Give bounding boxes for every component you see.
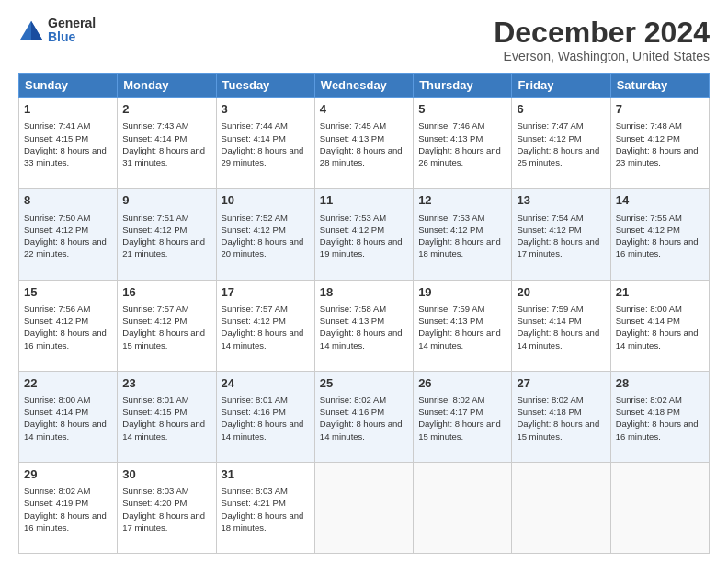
table-row: 20 Sunrise: 7:59 AM Sunset: 4:14 PM Dayl…: [512, 280, 610, 371]
day-number: 28: [616, 375, 704, 392]
sunrise-text: Sunrise: 7:56 AM: [24, 304, 90, 314]
table-row: 25 Sunrise: 8:02 AM Sunset: 4:16 PM Dayl…: [314, 371, 413, 462]
calendar-week-row: 22 Sunrise: 8:00 AM Sunset: 4:14 PM Dayl…: [19, 371, 710, 462]
header-monday: Monday: [118, 74, 216, 98]
sunrise-text: Sunrise: 8:01 AM: [122, 395, 188, 405]
calendar-week-row: 15 Sunrise: 7:56 AM Sunset: 4:12 PM Dayl…: [19, 280, 710, 371]
daylight-text: Daylight: 8 hours and 20 minutes.: [222, 236, 304, 259]
day-number: 3: [222, 101, 310, 118]
calendar-week-row: 1 Sunrise: 7:41 AM Sunset: 4:15 PM Dayli…: [19, 98, 710, 189]
table-row: 11 Sunrise: 7:53 AM Sunset: 4:12 PM Dayl…: [314, 189, 413, 280]
logo-general-text: General: [48, 17, 96, 30]
daylight-text: Daylight: 8 hours and 14 minutes.: [320, 419, 403, 441]
table-row: 15 Sunrise: 7:56 AM Sunset: 4:12 PM Dayl…: [19, 280, 118, 371]
daylight-text: Daylight: 8 hours and 16 minutes.: [24, 327, 107, 350]
table-row: 27 Sunrise: 8:02 AM Sunset: 4:18 PM Dayl…: [512, 371, 610, 462]
sunset-text: Sunset: 4:12 PM: [222, 316, 286, 326]
sunrise-text: Sunrise: 8:02 AM: [418, 395, 484, 405]
table-row: [314, 462, 413, 553]
sunset-text: Sunset: 4:12 PM: [122, 316, 187, 326]
day-number: 12: [418, 192, 506, 209]
daylight-text: Daylight: 8 hours and 14 minutes.: [418, 327, 501, 350]
day-number: 23: [122, 375, 210, 392]
sunset-text: Sunset: 4:19 PM: [24, 498, 88, 508]
day-number: 5: [418, 101, 506, 118]
sunrise-text: Sunrise: 7:51 AM: [122, 213, 188, 223]
sunset-text: Sunset: 4:18 PM: [616, 407, 680, 417]
sunset-text: Sunset: 4:20 PM: [122, 498, 187, 508]
sunset-text: Sunset: 4:14 PM: [222, 133, 286, 144]
daylight-text: Daylight: 8 hours and 16 minutes.: [616, 236, 699, 259]
header-wednesday: Wednesday: [314, 74, 413, 98]
daylight-text: Daylight: 8 hours and 17 minutes.: [517, 236, 599, 259]
table-row: 31 Sunrise: 8:03 AM Sunset: 4:21 PM Dayl…: [216, 462, 314, 553]
table-row: 22 Sunrise: 8:00 AM Sunset: 4:14 PM Dayl…: [19, 371, 118, 462]
table-row: 7 Sunrise: 7:48 AM Sunset: 4:12 PM Dayli…: [610, 98, 709, 189]
sunset-text: Sunset: 4:12 PM: [616, 133, 680, 144]
sunset-text: Sunset: 4:14 PM: [517, 316, 581, 326]
day-number: 11: [320, 192, 408, 209]
table-row: 28 Sunrise: 8:02 AM Sunset: 4:18 PM Dayl…: [610, 371, 709, 462]
sunset-text: Sunset: 4:16 PM: [320, 407, 384, 417]
sunset-text: Sunset: 4:18 PM: [517, 407, 581, 417]
daylight-text: Daylight: 8 hours and 28 minutes.: [320, 145, 403, 167]
daylight-text: Daylight: 8 hours and 14 minutes.: [616, 327, 699, 350]
sunset-text: Sunset: 4:13 PM: [418, 133, 483, 144]
day-number: 8: [24, 192, 112, 209]
sunrise-text: Sunrise: 8:00 AM: [24, 395, 90, 405]
sunrise-text: Sunrise: 7:54 AM: [517, 213, 583, 223]
calendar-header-row: Sunday Monday Tuesday Wednesday Thursday…: [19, 74, 710, 98]
sunset-text: Sunset: 4:12 PM: [517, 224, 581, 235]
day-number: 10: [222, 192, 310, 209]
sunrise-text: Sunrise: 7:59 AM: [418, 304, 484, 314]
daylight-text: Daylight: 8 hours and 14 minutes.: [122, 419, 205, 441]
day-number: 31: [222, 466, 310, 483]
day-number: 30: [122, 466, 210, 483]
day-number: 27: [517, 375, 605, 392]
sunset-text: Sunset: 4:13 PM: [418, 316, 483, 326]
sunrise-text: Sunrise: 7:53 AM: [320, 213, 386, 223]
daylight-text: Daylight: 8 hours and 25 minutes.: [517, 145, 599, 167]
sunrise-text: Sunrise: 8:02 AM: [616, 395, 682, 405]
daylight-text: Daylight: 8 hours and 33 minutes.: [24, 145, 107, 167]
sunrise-text: Sunrise: 7:57 AM: [122, 304, 188, 314]
table-row: 21 Sunrise: 8:00 AM Sunset: 4:14 PM Dayl…: [610, 280, 709, 371]
day-number: 21: [616, 284, 704, 301]
table-row: [414, 462, 512, 553]
table-row: 23 Sunrise: 8:01 AM Sunset: 4:15 PM Dayl…: [118, 371, 216, 462]
sunrise-text: Sunrise: 7:59 AM: [517, 304, 583, 314]
sunrise-text: Sunrise: 7:52 AM: [222, 213, 288, 223]
sunrise-text: Sunrise: 7:53 AM: [418, 213, 484, 223]
calendar-week-row: 29 Sunrise: 8:02 AM Sunset: 4:19 PM Dayl…: [19, 462, 710, 553]
day-number: 24: [222, 375, 310, 392]
table-row: [512, 462, 610, 553]
page: General Blue December 2024 Everson, Wash…: [0, 0, 728, 563]
sunset-text: Sunset: 4:21 PM: [222, 498, 286, 508]
day-number: 26: [418, 375, 506, 392]
svg-marker-1: [31, 21, 42, 40]
sunset-text: Sunset: 4:12 PM: [24, 224, 88, 235]
table-row: 30 Sunrise: 8:03 AM Sunset: 4:20 PM Dayl…: [118, 462, 216, 553]
table-row: 6 Sunrise: 7:47 AM Sunset: 4:12 PM Dayli…: [512, 98, 610, 189]
day-number: 14: [616, 192, 704, 209]
daylight-text: Daylight: 8 hours and 15 minutes.: [517, 419, 599, 441]
table-row: 19 Sunrise: 7:59 AM Sunset: 4:13 PM Dayl…: [414, 280, 512, 371]
daylight-text: Daylight: 8 hours and 21 minutes.: [122, 236, 205, 259]
sunrise-text: Sunrise: 8:02 AM: [24, 486, 90, 496]
daylight-text: Daylight: 8 hours and 19 minutes.: [320, 236, 403, 259]
day-number: 16: [122, 284, 210, 301]
daylight-text: Daylight: 8 hours and 14 minutes.: [24, 419, 107, 441]
table-row: 10 Sunrise: 7:52 AM Sunset: 4:12 PM Dayl…: [216, 189, 314, 280]
sunrise-text: Sunrise: 7:44 AM: [222, 121, 288, 131]
sunset-text: Sunset: 4:12 PM: [418, 224, 483, 235]
sunrise-text: Sunrise: 8:03 AM: [122, 486, 188, 496]
table-row: 29 Sunrise: 8:02 AM Sunset: 4:19 PM Dayl…: [19, 462, 118, 553]
calendar-table: Sunday Monday Tuesday Wednesday Thursday…: [18, 73, 710, 554]
logo-icon: [18, 17, 44, 43]
daylight-text: Daylight: 8 hours and 14 minutes.: [222, 419, 304, 441]
table-row: 8 Sunrise: 7:50 AM Sunset: 4:12 PM Dayli…: [19, 189, 118, 280]
sunrise-text: Sunrise: 7:58 AM: [320, 304, 386, 314]
sunrise-text: Sunrise: 7:45 AM: [320, 121, 386, 131]
daylight-text: Daylight: 8 hours and 15 minutes.: [418, 419, 501, 441]
logo: General Blue: [18, 17, 96, 45]
